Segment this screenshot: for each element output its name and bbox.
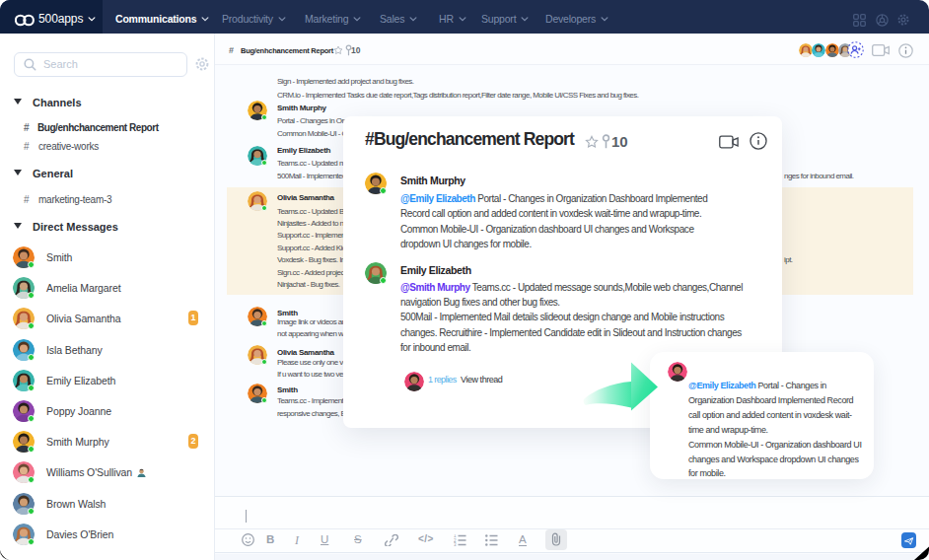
svg-text:3: 3 — [454, 542, 457, 546]
